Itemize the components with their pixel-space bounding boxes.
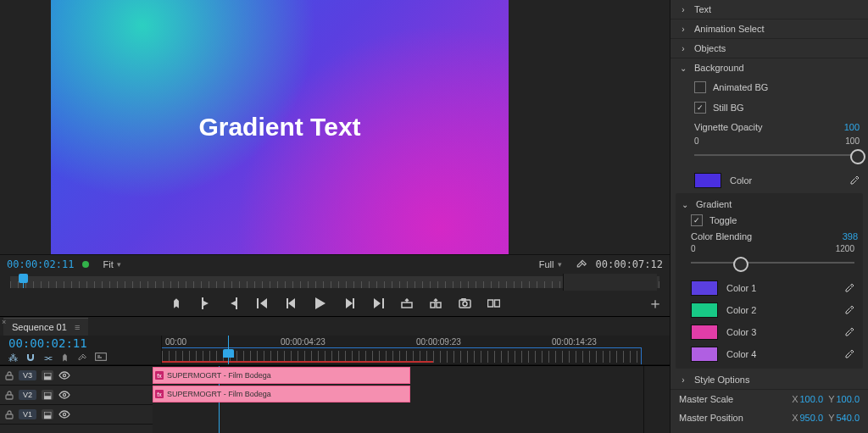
go-to-in-icon[interactable] (256, 297, 270, 310)
section-gradient[interactable]: ⌄ Gradient (676, 197, 863, 212)
eyedropper-icon[interactable] (844, 305, 854, 315)
section-style-options[interactable]: › Style Options (670, 370, 868, 390)
chevron-down-icon: ⌄ (681, 200, 689, 209)
checkbox-icon[interactable] (694, 102, 706, 114)
eyedropper-icon[interactable] (844, 349, 854, 359)
chevron-down-icon: ⌄ (679, 64, 687, 73)
lift-icon[interactable] (400, 297, 414, 310)
chevron-down-icon: ▾ (117, 260, 121, 269)
marker-icon[interactable] (170, 297, 183, 310)
play-icon[interactable] (314, 297, 327, 310)
linked-selection-icon[interactable]: ⫘ (43, 353, 53, 364)
color-label: Color 4 (726, 349, 836, 359)
eyedropper-icon[interactable] (844, 327, 854, 337)
timeline-playhead[interactable] (228, 336, 229, 364)
timeline-ruler[interactable]: 00:00 00:00:04:23 00:00:09:23 00:00:14:2… (161, 336, 643, 364)
gradient-color-3: Color 3 (676, 321, 863, 343)
property-label: Color Blending (691, 231, 836, 241)
slider-thumb[interactable] (733, 257, 748, 272)
toggle-sync-icon[interactable]: ⬓ (42, 409, 53, 419)
step-forward-icon[interactable] (342, 297, 356, 310)
app-root: Gradient Text 00:00:02:11 Fit ▾ Full ▾ 0… (0, 0, 868, 433)
settings-tool-icon[interactable] (77, 353, 87, 364)
clip-v2[interactable]: fx SUPERMOGRT - Film Bodega (153, 386, 410, 402)
snap-icon[interactable]: ⁂ (8, 353, 18, 364)
lock-icon[interactable] (5, 410, 14, 419)
master-position-y[interactable]: Y540.0 (828, 413, 860, 423)
color-swatch[interactable] (691, 347, 718, 362)
tab-close-icon[interactable]: × (2, 318, 6, 326)
program-scrubber[interactable] (0, 274, 670, 291)
toggle-sync-icon[interactable]: ⬓ (42, 390, 53, 400)
section-animation-select[interactable]: › Animation Select (670, 19, 868, 39)
playhead-timecode[interactable]: 00:00:02:11 (7, 258, 74, 270)
track-header-v1[interactable]: V1 ⬓ (0, 405, 153, 425)
property-label: Vignette Opacity (694, 122, 837, 132)
property-value[interactable]: 398 (843, 231, 858, 241)
in-point-icon[interactable] (198, 297, 212, 310)
property-value[interactable]: 100 (844, 122, 860, 132)
section-text[interactable]: › Text (670, 0, 868, 19)
resolution-label: Full (539, 259, 554, 269)
lock-icon[interactable] (5, 391, 14, 400)
sequence-tab[interactable]: × Sequence 01 ≡ (3, 318, 88, 336)
preview-canvas[interactable]: Gradient Text (51, 0, 509, 254)
track-header-v3[interactable]: V3 ⬓ (0, 366, 153, 386)
checkbox-icon[interactable] (691, 214, 703, 226)
track-id[interactable]: V1 (19, 409, 36, 419)
preview-text: Gradient Text (198, 113, 360, 142)
master-scale-x[interactable]: X100.0 (792, 394, 823, 404)
chevron-right-icon: › (679, 25, 687, 34)
checkbox-animated-bg[interactable]: Animated BG (670, 77, 868, 97)
master-position-x[interactable]: X950.0 (792, 413, 823, 423)
svg-rect-9 (6, 375, 13, 380)
eye-icon[interactable] (58, 410, 70, 419)
vignette-slider[interactable] (694, 146, 860, 164)
eyedropper-icon[interactable] (844, 283, 854, 293)
slider-thumb[interactable] (850, 149, 865, 164)
svg-point-4 (463, 302, 467, 306)
resolution-select[interactable]: Full ▾ (534, 259, 567, 269)
color-swatch[interactable] (691, 325, 718, 340)
magnet-icon[interactable] (25, 353, 36, 364)
bg-color-row: Color (670, 169, 868, 192)
essential-graphics-panel: › Text › Animation Select › Objects ⌄ Ba… (670, 0, 868, 433)
checkbox-icon[interactable] (694, 81, 706, 93)
eyedropper-icon[interactable] (849, 175, 860, 186)
caption-track-icon[interactable] (95, 353, 107, 364)
track-id[interactable]: V3 (19, 370, 36, 380)
checkbox-still-bg[interactable]: Still BG (670, 97, 868, 118)
section-objects[interactable]: › Objects (670, 39, 868, 58)
step-back-icon[interactable] (285, 297, 298, 310)
marker-tool-icon[interactable] (60, 353, 70, 364)
eye-icon[interactable] (58, 391, 70, 399)
track-id[interactable]: V2 (19, 390, 36, 400)
checkbox-gradient-toggle[interactable]: Toggle (676, 212, 863, 229)
timeline-timecode[interactable]: 00:00:02:11 (8, 336, 161, 350)
tracks-area[interactable]: fx SUPERMOGRT - Film Bodega fx SUPERMOGR… (153, 366, 643, 433)
eye-icon[interactable] (58, 371, 70, 380)
settings-icon[interactable] (576, 258, 587, 270)
go-to-out-icon[interactable] (371, 297, 385, 310)
export-frame-icon[interactable] (458, 297, 471, 310)
tab-menu-icon[interactable]: ≡ (75, 322, 80, 332)
color-blending-slider[interactable] (691, 253, 854, 272)
color-swatch[interactable] (691, 303, 718, 318)
color-swatch[interactable] (691, 280, 718, 296)
extract-icon[interactable] (429, 297, 442, 310)
compare-icon[interactable] (487, 297, 500, 310)
scrub-playhead[interactable] (19, 274, 28, 288)
color-swatch[interactable] (694, 173, 721, 188)
out-point-icon[interactable] (227, 297, 241, 310)
lock-icon[interactable] (5, 371, 14, 380)
section-background[interactable]: ⌄ Background (670, 58, 868, 77)
svg-rect-8 (96, 353, 107, 361)
track-header-v2[interactable]: V2 ⬓ (0, 386, 153, 405)
playback-info: 00:00:02:11 Fit ▾ Full ▾ 00:00:07:12 (0, 255, 670, 274)
zoom-select[interactable]: Fit ▾ (97, 259, 125, 269)
toggle-sync-icon[interactable]: ⬓ (42, 370, 53, 380)
master-scale-y[interactable]: Y100.0 (828, 394, 860, 404)
color-label: Color 2 (726, 305, 836, 315)
clip-v3[interactable]: fx SUPERMOGRT - Film Bodega (153, 367, 410, 384)
add-button-icon[interactable]: ＋ (648, 293, 663, 314)
